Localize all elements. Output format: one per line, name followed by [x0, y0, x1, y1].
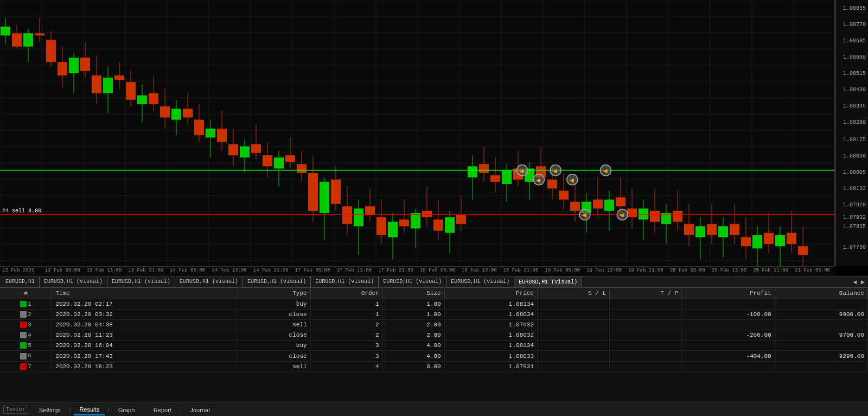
- tab-eurusd-h1[interactable]: EURUSD,H1: [1, 276, 40, 288]
- table-header-row: # Time Type Order Size Price S / L T / P…: [0, 288, 868, 299]
- cell-profit: -404.00: [682, 351, 775, 361]
- col-header-size: Size: [382, 288, 444, 299]
- table-body: 1 2020.02.20 02:17 buy 1 1.00 1.08134 2 …: [0, 299, 868, 372]
- cell-profit: -100.00: [682, 310, 775, 320]
- cell-price: 1.08033: [444, 351, 537, 361]
- cell-balance: [775, 361, 867, 371]
- price-10: 1.08090: [843, 153, 866, 159]
- results-tab[interactable]: Results: [74, 405, 105, 415]
- cell-balance: [775, 299, 867, 310]
- col-header-balance: Balance: [775, 288, 867, 299]
- cell-price: 1.08032: [444, 330, 537, 341]
- chart-area: EURUSD,H1 1.07893 1.07934 1.07884 1.0792…: [0, 0, 835, 266]
- cell-tp: [610, 330, 682, 341]
- price-4: 1.08600: [843, 54, 866, 60]
- cell-tp: [610, 310, 682, 320]
- chart-canvas: [0, 0, 835, 266]
- price-6: 1.08430: [843, 87, 866, 93]
- cell-time: 2020.02.20 16:04: [52, 341, 238, 351]
- price-2: 1.08770: [843, 22, 866, 28]
- price-11: 1.08005: [843, 169, 866, 175]
- cell-balance: 9296.00: [775, 351, 867, 361]
- cell-time: 2020.02.20 04:38: [52, 320, 238, 330]
- price-9: 1.08175: [843, 137, 866, 143]
- cell-profit: [682, 299, 775, 310]
- cell-time: 2020.02.20 17:43: [52, 351, 238, 361]
- side-tester-label: Tester: [3, 406, 28, 414]
- trade-label: #4 sell 8.00: [2, 208, 41, 214]
- cell-profit: [682, 361, 775, 371]
- price-14: 1.07835: [843, 224, 866, 230]
- sep-4: |: [178, 407, 184, 413]
- tab-eurusd-h1-visual-4[interactable]: EURUSD,H1 (visual): [243, 276, 311, 288]
- cell-size: 2.00: [382, 320, 444, 330]
- cell-time: 2020.02.20 18:23: [52, 361, 238, 371]
- main-content: EURUSD,H1 1.07893 1.07934 1.07884 1.0792…: [0, 0, 868, 416]
- tab-eurusd-h1-visual-2[interactable]: EURUSD,H1 (visual): [107, 276, 175, 288]
- cell-type: close: [238, 330, 310, 341]
- cell-profit: [682, 341, 775, 351]
- cell-order: 3: [310, 351, 382, 361]
- cell-time: 2020.02.20 03:32: [52, 310, 238, 320]
- cell-type: close: [238, 310, 310, 320]
- price-8: 1.08260: [843, 119, 866, 125]
- price-13: 1.07920: [843, 202, 866, 208]
- tab-eurusd-h1-visual-5[interactable]: EURUSD,H1 (visual): [311, 276, 379, 288]
- cell-order: 3: [310, 341, 382, 351]
- tab-eurusd-h1-visual-6[interactable]: EURUSD,H1 (visual): [379, 276, 446, 288]
- trade-table: # Time Type Order Size Price S / L T / P…: [0, 288, 868, 372]
- graph-tab[interactable]: Graph: [113, 405, 141, 415]
- cell-tp: [610, 351, 682, 361]
- journal-tab[interactable]: Journal: [185, 405, 215, 415]
- tab-eurusd-h1-visual-8[interactable]: EURUSD,H1 (visual): [514, 276, 582, 288]
- tab-eurusd-h1-visual-7[interactable]: EURUSD,H1 (visual): [446, 276, 514, 288]
- cell-balance: [775, 341, 867, 351]
- table-row: 5 2020.02.20 16:04 buy 3 4.00 1.08134: [0, 341, 868, 351]
- cell-size: 1.00: [382, 299, 444, 310]
- tab-eurusd-h1-visual-1[interactable]: EURUSD,H1 (visual): [40, 276, 107, 288]
- col-header-profit: Profit: [682, 288, 775, 299]
- chart-container: EURUSD,H1 1.07893 1.07934 1.07884 1.0792…: [0, 0, 868, 266]
- col-header-order: Order: [310, 288, 382, 299]
- sep-3: |: [141, 407, 147, 413]
- cell-tp: [610, 299, 682, 310]
- table-row: 2 2020.02.20 03:32 close 1 1.00 1.08034 …: [0, 310, 868, 320]
- tab-arrows: ◀ ▶: [850, 278, 868, 286]
- col-header-num: #: [0, 288, 52, 299]
- bottom-bar: Tester Settings | Results | Graph | Repo…: [0, 402, 868, 416]
- cell-type: sell: [238, 361, 310, 371]
- cell-sl: [538, 351, 610, 361]
- cell-sl: [538, 330, 610, 341]
- cell-size: 1.00: [382, 310, 444, 320]
- price-red: 1.07932: [843, 215, 866, 220]
- cell-size: 8.00: [382, 361, 444, 371]
- table-row: 3 2020.02.20 04:38 sell 2 2.00 1.07932: [0, 320, 868, 330]
- col-header-sl: S / L: [538, 288, 610, 299]
- cell-tp: [610, 341, 682, 351]
- col-header-tp: T / P: [610, 288, 682, 299]
- cell-order: 4: [310, 361, 382, 371]
- settings-tab[interactable]: Settings: [34, 405, 66, 415]
- report-tab[interactable]: Report: [148, 405, 177, 415]
- price-3: 1.08685: [843, 38, 866, 44]
- cell-order: 2: [310, 330, 382, 341]
- tab-eurusd-h1-visual-3[interactable]: EURUSD,H1 (visual): [175, 276, 243, 288]
- col-header-time: Time: [52, 288, 238, 299]
- cell-id: 3: [0, 320, 52, 330]
- price-12: 1.08132: [843, 186, 866, 192]
- price-5: 1.08515: [843, 71, 866, 77]
- cell-sl: [538, 361, 610, 371]
- table-row: 7 2020.02.20 18:23 sell 4 8.00 1.07931: [0, 361, 868, 371]
- cell-profit: [682, 320, 775, 330]
- cell-size: 2.00: [382, 330, 444, 341]
- time-axis: 12 Feb 2020 13 Feb 05:00 13 Feb 13:00 13…: [0, 266, 835, 276]
- cell-size: 4.00: [382, 341, 444, 351]
- cell-sl: [538, 310, 610, 320]
- col-header-type: Type: [238, 288, 310, 299]
- cell-id: 1: [0, 299, 52, 310]
- sep-1: |: [67, 407, 73, 413]
- cell-tp: [610, 361, 682, 371]
- cell-type: sell: [238, 320, 310, 330]
- cell-sl: [538, 299, 610, 310]
- cell-balance: 9700.00: [775, 330, 867, 341]
